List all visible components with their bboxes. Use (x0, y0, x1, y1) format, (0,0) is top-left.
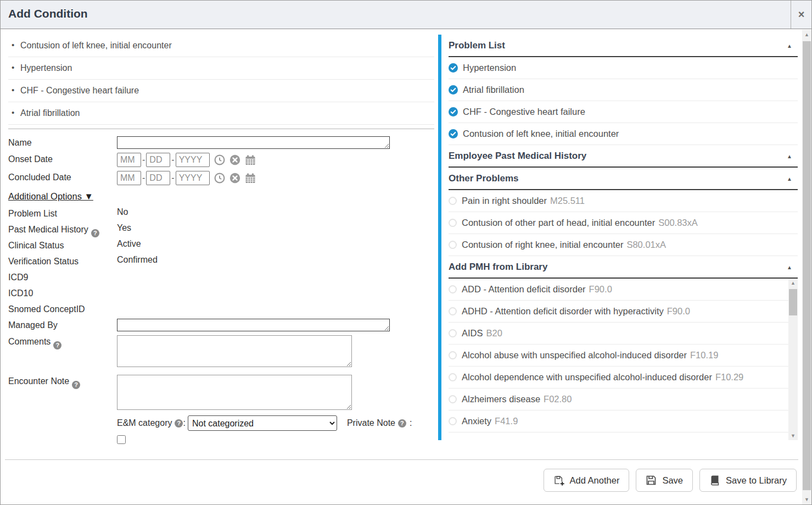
onset-date-group: - - (117, 153, 256, 167)
past-medical-history-label: Past Medical History? (8, 221, 117, 237)
collapse-icon: ▲ (787, 153, 792, 159)
onset-date-label: Onset Date (8, 153, 117, 164)
date-separator: - (171, 155, 174, 165)
private-note-colon: : (410, 418, 412, 428)
scrollbar-thumb[interactable] (789, 289, 797, 315)
icd10-label: ICD10 (8, 285, 117, 301)
comments-row: Comments? (8, 335, 434, 367)
onset-year-input[interactable] (176, 153, 210, 167)
em-category-select[interactable]: Not categorized (188, 415, 337, 431)
concluded-month-input[interactable] (117, 171, 141, 185)
unselected-circle-icon (449, 329, 457, 337)
other-problem-item[interactable]: Contusion of right knee, initial encount… (449, 234, 798, 256)
right-panel: Problem List ▲ Hypertension Atrial fibri… (438, 35, 798, 440)
library-item[interactable]: ADD - Attention deficit disorder F90.0 (449, 279, 798, 301)
library-item[interactable]: ADHD - Attention deficit disorder with h… (449, 301, 798, 323)
check-circle-icon (449, 129, 458, 138)
library-item[interactable]: Alcohol dependence with unspecified alco… (449, 367, 798, 389)
pmh-library-section-header[interactable]: Add PMH from Library ▲ (449, 256, 798, 279)
name-label: Name (8, 136, 117, 148)
private-note-label: Private Note (347, 418, 395, 428)
close-button[interactable]: × (791, 1, 811, 29)
close-icon: × (798, 8, 805, 21)
help-icon[interactable]: ? (72, 381, 80, 389)
problem-list-item[interactable]: Contusion of left knee, initial encounte… (449, 123, 798, 145)
section-title: Problem List (449, 40, 505, 51)
scrollbar-thumb[interactable] (803, 41, 811, 490)
condition-list-item: CHF - Congestive heart failure (8, 80, 434, 102)
library-scrollbar[interactable]: ▲ ▼ (788, 279, 798, 440)
problem-list-section-header[interactable]: Problem List ▲ (449, 35, 798, 57)
library-item[interactable]: AIDS B20 (449, 323, 798, 345)
page-title: Add Condition (8, 7, 88, 20)
verification-status-value: Confirmed (117, 253, 158, 269)
item-label: Hypertension (463, 63, 516, 73)
icd9-label: ICD9 (8, 269, 117, 285)
concluded-year-input[interactable] (176, 171, 210, 185)
problem-list-item[interactable]: Atrial fibrillation (449, 79, 798, 101)
scrollbar-down-icon[interactable]: ▼ (788, 433, 798, 439)
additional-options-link[interactable]: Additional Options ▼ (8, 191, 93, 202)
onset-day-input[interactable] (146, 153, 170, 167)
item-label: Alcohol dependence with unspecified alco… (462, 372, 712, 382)
page-scrollbar[interactable]: ▲ ▼ (802, 30, 811, 504)
problem-list-item[interactable]: CHF - Congestive heart failure (449, 101, 798, 123)
help-icon[interactable]: ? (91, 229, 99, 237)
calendar-icon[interactable] (245, 173, 256, 184)
library-item[interactable]: Anxiety F41.9 (449, 410, 798, 432)
clock-icon[interactable] (214, 173, 225, 184)
left-column: Contusion of left knee, initial encounte… (8, 35, 434, 446)
check-circle-icon (449, 107, 458, 116)
private-note-label-group: Private Note ? : (347, 418, 412, 428)
unselected-circle-icon (449, 373, 457, 381)
managed-by-input[interactable] (117, 319, 390, 331)
other-problems-section-header[interactable]: Other Problems ▲ (449, 168, 798, 190)
item-label: Pain in right shoulder (462, 196, 547, 206)
employee-pmh-section-header[interactable]: Employee Past Medical History ▲ (449, 145, 798, 168)
other-problem-item[interactable]: Pain in right shoulder M25.511 (449, 190, 798, 212)
section-title: Add PMH from Library (449, 262, 547, 273)
clinical-status-row: Clinical Status Active (8, 237, 434, 253)
private-note-checkbox[interactable] (117, 435, 126, 444)
past-medical-history-value: Yes (117, 221, 131, 237)
condition-label: Hypertension (20, 63, 72, 73)
library-item[interactable]: Alcohol abuse with unspecified alcohol-i… (449, 345, 798, 367)
encounter-note-input[interactable] (117, 375, 352, 410)
snomed-row: Snomed ConceptID (8, 301, 434, 317)
help-icon[interactable]: ? (175, 419, 183, 428)
save-button[interactable]: Save (636, 469, 693, 492)
problem-list-value: No (117, 205, 128, 221)
other-problem-item[interactable]: Contusion of other part of head, initial… (449, 212, 798, 234)
problem-list-item[interactable]: Hypertension (449, 57, 798, 79)
onset-month-input[interactable] (117, 153, 141, 167)
help-icon[interactable]: ? (53, 341, 61, 349)
label-text: Past Medical History (8, 225, 88, 234)
divider (8, 129, 434, 129)
icd-code: F10.19 (690, 350, 718, 360)
date-separator: - (142, 173, 145, 183)
scrollbar-up-icon[interactable]: ▲ (788, 280, 798, 286)
item-label: ADD - Attention deficit disorder (462, 284, 586, 295)
clear-date-icon[interactable] (229, 173, 240, 184)
clear-date-icon[interactable] (229, 154, 240, 165)
calendar-icon[interactable] (245, 154, 256, 165)
library-item[interactable]: Alzheimers disease F02.80 (449, 389, 798, 410)
icd-code: S00.83xA (658, 218, 698, 228)
clock-icon[interactable] (214, 154, 225, 165)
icd-code: F90.0 (667, 306, 690, 317)
concluded-day-input[interactable] (146, 171, 170, 185)
help-icon[interactable]: ? (398, 419, 406, 428)
comments-label: Comments? (8, 335, 117, 347)
icd-code: F90.0 (589, 284, 612, 295)
name-input[interactable] (117, 136, 390, 149)
save-to-library-button[interactable]: Save to Library (699, 469, 797, 492)
date-separator: - (142, 155, 145, 165)
button-label: Add Another (570, 475, 620, 486)
icd-code: F10.29 (715, 372, 743, 382)
scrollbar-up-icon[interactable]: ▲ (802, 32, 811, 37)
add-another-button[interactable]: Add Another (544, 469, 630, 492)
comments-input[interactable] (117, 335, 352, 367)
icd10-row: ICD10 (8, 285, 434, 301)
scrollbar-down-icon[interactable]: ▼ (802, 497, 811, 502)
icd-code: S80.01xA (626, 240, 666, 250)
